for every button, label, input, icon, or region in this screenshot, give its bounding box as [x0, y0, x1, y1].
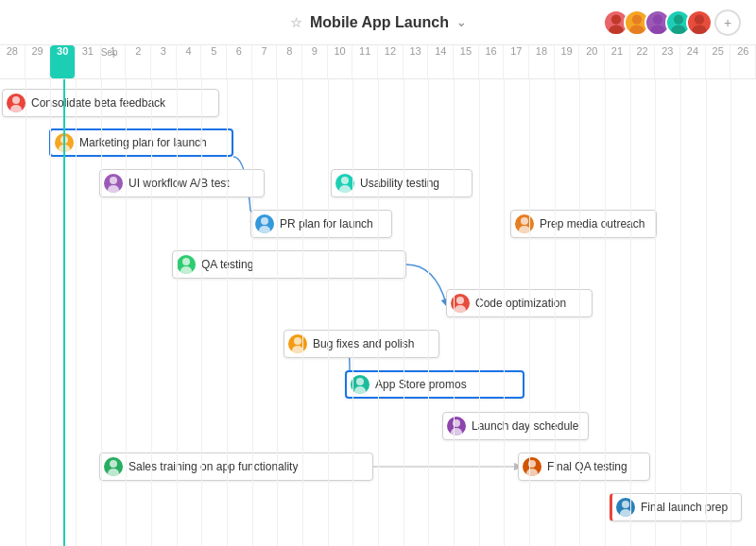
grid-line — [177, 79, 178, 546]
task-label: Final QA testing — [547, 460, 627, 473]
grid-line — [378, 79, 379, 546]
task-avatar — [447, 417, 466, 435]
date-cell-31: 31 — [76, 45, 101, 78]
date-cell-8: 8 — [277, 45, 302, 78]
date-cell-18: 18 — [529, 45, 555, 78]
date-cell-24: 24 — [680, 45, 706, 78]
svg-point-1 — [609, 25, 623, 35]
today-line — [63, 79, 65, 546]
task-avatar — [288, 334, 307, 353]
svg-point-6 — [674, 14, 683, 24]
task-bar[interactable]: Launch day schedule — [442, 412, 589, 440]
date-cell-17: 17 — [504, 45, 529, 78]
date-cell-4: 4 — [177, 45, 202, 78]
grid-line — [655, 79, 656, 546]
date-cell-14: 14 — [428, 45, 454, 78]
avatar-group — [603, 9, 713, 36]
svg-point-35 — [526, 469, 538, 476]
svg-point-7 — [671, 25, 685, 35]
header: ☆ Mobile App Launch ⌄ — [0, 0, 756, 45]
task-bar[interactable]: Sales training on app functionality — [99, 452, 373, 481]
grid-line — [201, 79, 202, 546]
grid-line — [50, 79, 51, 546]
grid-line — [730, 79, 731, 546]
date-cell-10: 10 — [328, 45, 353, 78]
svg-point-24 — [456, 297, 464, 304]
svg-point-9 — [692, 25, 706, 35]
svg-point-14 — [110, 177, 117, 184]
svg-point-5 — [650, 25, 664, 35]
date-cell-23: 23 — [655, 45, 680, 78]
task-bar[interactable]: QA testing — [172, 250, 406, 279]
task-avatar — [616, 498, 635, 517]
date-header: 28293031Sep12345678910111213141516171819… — [0, 45, 756, 79]
svg-point-8 — [695, 14, 704, 24]
star-icon[interactable]: ☆ — [290, 15, 302, 30]
svg-point-19 — [259, 226, 270, 233]
task-bar[interactable]: Code optimization — [446, 289, 593, 317]
grid-line — [76, 79, 77, 546]
svg-point-36 — [622, 501, 629, 508]
task-bar[interactable]: UI workflow A/B test — [99, 169, 265, 197]
task-avatar — [255, 214, 274, 233]
svg-point-20 — [521, 217, 528, 225]
svg-point-33 — [108, 469, 119, 476]
grid-content: Consolidate beta feedbackMarketing plan … — [0, 79, 756, 546]
grid-line — [227, 79, 228, 546]
task-label: UI workflow A/B test — [129, 177, 230, 190]
date-cell-13: 13 — [404, 45, 429, 78]
task-label: Launch day schedule — [472, 419, 578, 433]
grid-line — [126, 79, 127, 546]
date-cell-7: 7 — [252, 45, 278, 78]
date-cell-20: 20 — [579, 45, 605, 78]
date-cell-2: 2 — [126, 45, 151, 78]
app-container: ☆ Mobile App Launch ⌄ — [0, 0, 756, 546]
avatar[interactable] — [686, 9, 713, 36]
task-bar[interactable]: App Store promos — [345, 370, 524, 399]
grid-line — [706, 79, 707, 546]
grid-line — [328, 79, 329, 546]
date-cells: 28293031Sep12345678910111213141516171819… — [0, 45, 756, 78]
timeline-area: 28293031Sep12345678910111213141516171819… — [0, 45, 756, 546]
collaborators-list: + — [603, 9, 741, 36]
task-bar[interactable]: Consolidate beta feedback — [2, 89, 219, 117]
svg-point-31 — [451, 428, 462, 435]
date-cell-11: 11 — [352, 45, 378, 78]
grid-line — [579, 79, 580, 546]
task-bar[interactable]: Prep media outreach — [510, 210, 657, 238]
project-title: Mobile App Launch — [310, 14, 449, 31]
task-bar[interactable]: PR plan for launch — [250, 210, 392, 238]
date-cell-30: 30 — [50, 45, 76, 78]
grid-line — [605, 79, 606, 546]
add-collaborator-button[interactable]: + — [714, 9, 741, 36]
task-bar[interactable]: Marketing plan for launch — [49, 128, 233, 157]
task-label: Final launch prep — [641, 501, 728, 514]
date-cell-21: 21 — [605, 45, 630, 78]
task-avatar — [7, 94, 26, 112]
chevron-down-icon[interactable]: ⌄ — [456, 16, 466, 29]
svg-point-17 — [339, 185, 351, 193]
date-cell-26: 26 — [730, 45, 756, 78]
svg-point-26 — [294, 337, 301, 345]
project-title-area: ☆ Mobile App Launch ⌄ — [290, 14, 466, 31]
task-avatar — [104, 457, 123, 476]
svg-point-3 — [629, 25, 644, 35]
grid-line — [529, 79, 530, 546]
svg-point-0 — [611, 14, 621, 24]
date-cell-12: 12 — [378, 45, 404, 78]
grid-line — [302, 79, 303, 546]
grid-line — [680, 79, 681, 546]
task-label: Code optimization — [475, 297, 566, 310]
grid-line — [277, 79, 278, 546]
date-cell-25: 25 — [706, 45, 731, 78]
grid-line — [404, 79, 404, 546]
date-cell-15: 15 — [454, 45, 479, 78]
task-avatar — [335, 174, 354, 193]
date-cell-29: 29 — [26, 45, 51, 78]
date-cell-3: 3 — [151, 45, 177, 78]
grid-line — [101, 79, 102, 546]
grid-line — [26, 79, 26, 546]
grid-line — [428, 79, 429, 546]
task-bar[interactable]: Bug fixes and polish — [284, 330, 439, 358]
grid-line — [555, 79, 556, 546]
